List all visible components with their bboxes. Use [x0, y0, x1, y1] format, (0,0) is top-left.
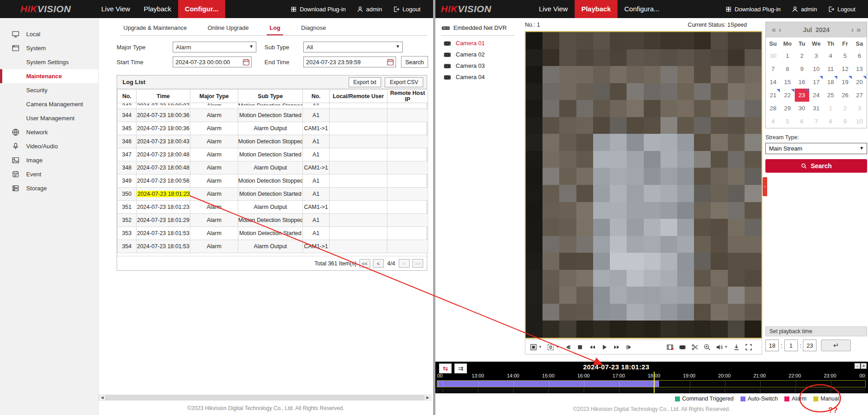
go-to-time-button[interactable]: ↵	[821, 340, 851, 351]
calendar-icon[interactable]	[387, 58, 394, 66]
playback-second-input[interactable]	[803, 340, 816, 351]
logout-button[interactable]: Logout	[828, 6, 855, 13]
log-row-344[interactable]: 3442024-07-23 18:00:36AlarmMotion Detect…	[118, 109, 428, 122]
sidebar-item-maintenance[interactable]: Maintenance	[0, 69, 98, 83]
nav-configura[interactable]: Configura...	[618, 0, 666, 18]
fullscreen-button[interactable]	[745, 344, 752, 351]
stop-button[interactable]	[576, 344, 584, 351]
calendar-day-7[interactable]: 7	[809, 115, 824, 128]
last-page-button[interactable]: >>	[412, 259, 423, 268]
timeline-zoom-out-button[interactable]: -	[854, 363, 860, 369]
capture-button[interactable]	[679, 344, 686, 351]
scroll-left-arrow[interactable]: ◀	[99, 395, 105, 400]
calendar-day-30[interactable]: 30	[766, 49, 780, 62]
export-txt-button[interactable]: Export txt	[349, 77, 382, 87]
timeline-cursor[interactable]	[654, 372, 655, 393]
calendar-day-4[interactable]: 4	[823, 49, 838, 62]
log-row-343[interactable]: 3432024-07-23 18:00:07AlarmMotion Detect…	[118, 103, 428, 109]
calendar-day-25[interactable]: 25	[823, 89, 838, 102]
log-row-354[interactable]: 3542024-07-23 18:01:53AlarmAlarm OutputC…	[118, 240, 428, 253]
delete-selection-button[interactable]: ▼	[547, 344, 559, 351]
calendar-day-26[interactable]: 26	[838, 89, 852, 102]
camera-item-camera-03[interactable]: Camera 03	[442, 60, 521, 71]
calendar-day-8[interactable]: 8	[823, 115, 838, 128]
timeline-drag-mode-button[interactable]: ⇆	[439, 363, 452, 373]
prev-page-button[interactable]: <	[373, 259, 384, 268]
window-division-button[interactable]: ▼	[530, 344, 542, 351]
tab-online-upgrade[interactable]: Online Upgrade	[205, 24, 251, 35]
prev-year-button[interactable]: «	[770, 25, 777, 34]
download-plugin-button[interactable]: Download Plug-in	[725, 6, 781, 13]
calendar-day-3[interactable]: 3	[852, 102, 867, 115]
calendar-day-9[interactable]: 9	[838, 115, 852, 128]
calendar-day-6[interactable]: 6	[795, 115, 809, 128]
nav-live-view[interactable]: Live View	[94, 0, 137, 18]
user-menu[interactable]: admin	[357, 6, 382, 13]
timeline-zoom-in-button[interactable]: +	[861, 363, 867, 369]
calendar-day-19[interactable]: 19	[838, 75, 852, 89]
calendar-day-5[interactable]: 5	[838, 49, 852, 62]
timeline-track-2[interactable]	[437, 389, 866, 393]
calendar-day-3[interactable]: 3	[809, 49, 824, 62]
playback-hour-input[interactable]	[765, 340, 779, 351]
sub-type-select[interactable]: All ▼	[303, 42, 403, 52]
calendar-day-13[interactable]: 13	[852, 62, 867, 75]
sidebar-item-camera-management[interactable]: Camera Management	[0, 97, 98, 111]
log-row-345[interactable]: 3452024-07-23 18:00:36AlarmAlarm OutputC…	[118, 122, 428, 135]
calendar-day-10[interactable]: 10	[809, 62, 824, 75]
audio-button[interactable]: ▼	[716, 344, 728, 351]
log-row-352[interactable]: 3522024-07-23 18:01:29AlarmMotion Detect…	[118, 214, 428, 227]
playback-timeline[interactable]: ⇆ ⇉ 2024-07-23 18:01:23 0013:0014:0015:0…	[435, 362, 868, 393]
calendar-day-24[interactable]: 24	[809, 89, 824, 102]
stop-all-playback-button[interactable]: ✕	[666, 343, 675, 351]
calendar-day-5[interactable]: 5	[780, 115, 795, 128]
camera-item-camera-04[interactable]: Camera 04	[442, 71, 521, 83]
calendar-day-12[interactable]: 12	[838, 62, 852, 75]
calendar-day-15[interactable]: 15	[780, 75, 795, 89]
prev-month-button[interactable]: ‹	[777, 25, 783, 34]
sidebar-item-network[interactable]: Network	[0, 125, 98, 139]
tab-upgrade-maintenance[interactable]: Upgrade & Maintenance	[121, 24, 189, 35]
calendar-day-20[interactable]: 20	[852, 75, 867, 89]
frame-by-frame-button[interactable]	[625, 344, 632, 351]
calendar-day-21[interactable]: 21	[766, 89, 780, 102]
sidebar-item-security[interactable]: Security	[0, 83, 98, 97]
play-button[interactable]	[601, 344, 608, 351]
calendar-day-27[interactable]: 27	[852, 89, 867, 102]
log-row-347[interactable]: 3472024-07-23 18:00:48AlarmMotion Detect…	[118, 148, 428, 161]
calendar-day-17[interactable]: 17	[809, 75, 824, 89]
sidebar-item-event[interactable]: Event	[0, 167, 98, 181]
major-type-select[interactable]: Alarm ▼	[173, 42, 256, 52]
calendar-day-8[interactable]: 8	[780, 62, 795, 75]
sidebar-item-image[interactable]: Image	[0, 153, 98, 167]
calendar-day-16[interactable]: 16	[795, 75, 809, 89]
sidebar-item-storage[interactable]: Storage	[0, 181, 98, 195]
stream-type-select[interactable]: Main Stream ▼	[765, 143, 867, 154]
log-search-button[interactable]: Search	[401, 56, 428, 68]
slow-down-button[interactable]	[589, 344, 596, 351]
log-row-346[interactable]: 3462024-07-23 18:00:43AlarmMotion Detect…	[118, 135, 428, 148]
next-month-button[interactable]: ›	[850, 25, 855, 34]
calendar-day-28[interactable]: 28	[766, 102, 780, 115]
log-row-353[interactable]: 3532024-07-23 18:01:53AlarmMotion Detect…	[118, 227, 428, 240]
nav-configur[interactable]: Configur...	[178, 0, 225, 18]
logout-button[interactable]: Logout	[393, 6, 420, 13]
download-plugin-button[interactable]: Download Plug-in	[290, 6, 346, 13]
timeline-track-1[interactable]	[437, 380, 866, 387]
sidebar-item-system[interactable]: System	[0, 41, 98, 55]
next-year-button[interactable]: »	[855, 25, 862, 34]
calendar-day-1[interactable]: 1	[780, 49, 795, 62]
calendar-day-30[interactable]: 30	[795, 102, 809, 115]
playback-search-button[interactable]: Search	[765, 159, 867, 173]
export-csv-button[interactable]: Export CSV	[385, 77, 423, 87]
horizontal-scrollbar[interactable]: ◀ ▶	[99, 395, 431, 401]
calendar-day-6[interactable]: 6	[852, 49, 867, 62]
end-time-input[interactable]	[304, 57, 396, 67]
calendar-day-7[interactable]: 7	[766, 62, 780, 75]
speed-up-button[interactable]	[613, 344, 620, 351]
log-row-350[interactable]: 3502024-07-23 18:01:23AlarmMotion Detect…	[118, 188, 428, 201]
camera-item-camera-01[interactable]: Camera 01	[442, 38, 521, 49]
calendar-day-2[interactable]: 2	[838, 102, 852, 115]
sidebar-item-system-settings[interactable]: System Settings	[0, 55, 98, 69]
sidebar-item-video-audio[interactable]: Video/Audio	[0, 139, 98, 153]
